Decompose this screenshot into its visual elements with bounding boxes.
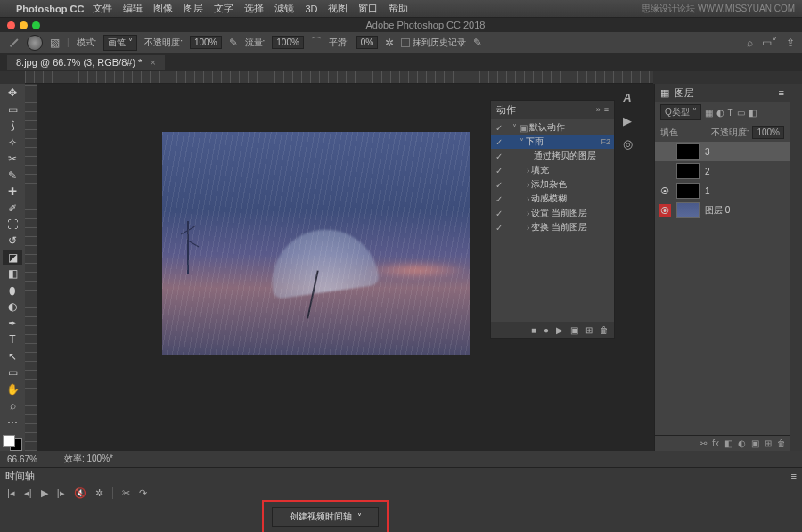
layer-mask-icon[interactable]: ◧: [724, 438, 732, 448]
layer-item[interactable]: ⦿ 1: [655, 181, 790, 201]
history-brush-tool[interactable]: ↺: [3, 233, 22, 248]
move-tool[interactable]: ✥: [3, 86, 22, 100]
delete-action-icon[interactable]: 🗑: [600, 325, 609, 335]
menu-filter[interactable]: 滤镜: [274, 2, 294, 15]
fg-color[interactable]: [3, 435, 15, 447]
character-panel-icon[interactable]: A: [619, 91, 635, 107]
layer-thumbnail[interactable]: [676, 163, 700, 179]
layer-fx-icon[interactable]: fx: [712, 438, 719, 448]
smooth-options-icon[interactable]: ✲: [385, 37, 394, 49]
split-icon[interactable]: ✂: [122, 487, 130, 499]
brush-tool[interactable]: ✐: [3, 201, 22, 215]
menu-file[interactable]: 文件: [93, 2, 112, 15]
path-tool[interactable]: ↖: [3, 349, 22, 364]
right-dock-edge[interactable]: [790, 84, 802, 451]
lasso-tool[interactable]: ⟆: [3, 119, 22, 133]
close-window-button[interactable]: [7, 21, 15, 29]
layer-name[interactable]: 3: [705, 147, 710, 157]
layer-thumbnail[interactable]: [676, 202, 700, 218]
ruler-vertical[interactable]: [25, 84, 37, 451]
zoom-level[interactable]: 66.67%: [7, 454, 37, 464]
stop-icon[interactable]: ■: [531, 325, 536, 335]
magic-wand-tool[interactable]: ✧: [3, 135, 22, 149]
libraries-icon[interactable]: ◎: [619, 137, 635, 153]
create-video-timeline-button[interactable]: 创建视频时间轴 ˅: [272, 507, 379, 527]
document-tab[interactable]: 8.jpg @ 66.7% (3, RGB/8#) * ×: [7, 55, 165, 70]
blur-tool[interactable]: ⬮: [3, 283, 22, 298]
layers-panel-header[interactable]: ▦ 图层 ≡: [655, 84, 790, 102]
link-layers-icon[interactable]: ⚯: [700, 438, 707, 448]
play-icon[interactable]: ▶: [41, 487, 48, 499]
flow-field[interactable]: 100%: [272, 36, 304, 49]
brush-panel-icon[interactable]: ▧: [50, 37, 60, 49]
action-row[interactable]: ✓›变换 当前图层: [491, 220, 614, 234]
gradient-tool[interactable]: ◧: [3, 266, 22, 281]
filter-pixel-icon[interactable]: ▦: [705, 108, 713, 118]
filter-adjust-icon[interactable]: ◐: [716, 108, 724, 118]
adjustment-layer-icon[interactable]: ◐: [738, 438, 746, 448]
menu-3d[interactable]: 3D: [305, 4, 317, 14]
action-row[interactable]: ✓›动感模糊: [491, 192, 614, 206]
filter-shape-icon[interactable]: ▭: [737, 108, 745, 118]
chevron-down-icon[interactable]: ˅: [357, 512, 362, 522]
app-name[interactable]: Photoshop CC: [16, 4, 84, 14]
color-swatches[interactable]: [3, 435, 22, 451]
stamp-tool[interactable]: ⛶: [3, 217, 22, 232]
history-checkbox[interactable]: [401, 38, 410, 47]
type-tool[interactable]: T: [3, 332, 22, 347]
layer-kind-select[interactable]: Q类型 ˅: [660, 104, 701, 120]
delete-layer-icon[interactable]: 🗑: [777, 438, 786, 448]
filter-smart-icon[interactable]: ◧: [749, 108, 757, 118]
mode-select[interactable]: 画笔 ˅: [103, 35, 137, 51]
zoom-tool[interactable]: ⌕: [3, 398, 22, 413]
action-row[interactable]: ✓˅下雨F2: [491, 135, 614, 149]
new-action-icon[interactable]: ⊞: [585, 325, 593, 335]
first-frame-icon[interactable]: |◂: [7, 487, 15, 499]
share-icon[interactable]: ⇪: [786, 37, 795, 49]
next-frame-icon[interactable]: |▸: [57, 487, 65, 499]
action-row[interactable]: ✓›添加杂色: [491, 177, 614, 192]
visibility-toggle[interactable]: ⦿: [659, 186, 671, 196]
panel-menu-icon[interactable]: ≡: [604, 105, 609, 114]
crop-tool[interactable]: ✂: [3, 151, 22, 166]
action-row[interactable]: ✓˅ ▣默认动作: [491, 120, 614, 135]
minimize-window-button[interactable]: [20, 21, 28, 29]
actions-panel-header[interactable]: 动作 » ≡: [491, 101, 614, 119]
filter-type-icon[interactable]: T: [728, 108, 733, 118]
audio-icon[interactable]: 🔇: [74, 487, 86, 499]
layer-name[interactable]: 图层 0: [705, 204, 730, 217]
new-set-icon[interactable]: ▣: [570, 325, 578, 335]
canvas-image[interactable]: [162, 132, 470, 355]
layer-thumbnail[interactable]: [676, 143, 700, 160]
layer-opacity-field[interactable]: 100%: [752, 126, 784, 139]
menu-edit[interactable]: 编辑: [123, 2, 143, 15]
panel-menu-icon[interactable]: ≡: [791, 471, 797, 481]
eraser-tool[interactable]: ◪: [3, 250, 22, 265]
prev-frame-icon[interactable]: ◂|: [24, 487, 32, 499]
hand-tool[interactable]: ✋: [3, 381, 22, 396]
group-icon[interactable]: ▣: [751, 438, 759, 448]
pen-tool[interactable]: ✒: [3, 316, 22, 331]
layer-thumbnail[interactable]: [676, 183, 700, 199]
dodge-tool[interactable]: ◐: [3, 299, 22, 314]
layer-name[interactable]: 2: [705, 167, 710, 176]
opacity-field[interactable]: 100%: [190, 36, 222, 49]
menu-type[interactable]: 文字: [214, 2, 233, 15]
brush-tool-icon[interactable]: [7, 37, 20, 49]
brush-preset-picker[interactable]: [27, 35, 43, 51]
shape-tool[interactable]: ▭: [3, 365, 22, 380]
airbrush-icon[interactable]: ⌒: [311, 35, 322, 50]
swatches-toggle-icon[interactable]: ▦: [660, 87, 669, 99]
smooth-field[interactable]: 0%: [356, 36, 378, 49]
record-icon[interactable]: ●: [544, 325, 549, 335]
collapse-icon[interactable]: »: [596, 105, 601, 114]
menu-select[interactable]: 选择: [244, 2, 264, 15]
menu-view[interactable]: 视图: [328, 2, 348, 15]
eyedropper-tool[interactable]: ✎: [3, 168, 22, 182]
brush-heal-tool[interactable]: ✚: [3, 184, 22, 199]
ruler-horizontal[interactable]: [25, 71, 653, 84]
layer-item[interactable]: 3: [655, 142, 790, 161]
timeline-options-icon[interactable]: ✲: [95, 487, 103, 499]
timeline-header[interactable]: 时间轴 ≡: [0, 468, 802, 484]
pressure-opacity-icon[interactable]: ✎: [229, 37, 238, 49]
